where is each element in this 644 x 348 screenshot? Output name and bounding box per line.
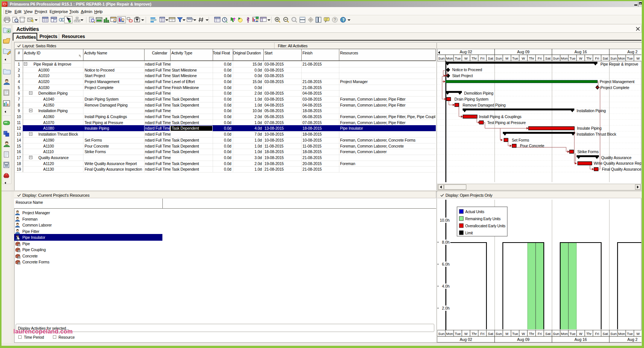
svg-text:Tue: Tue — [627, 332, 633, 336]
svg-text:Thr: Thr — [472, 332, 477, 336]
svg-text:M: M — [505, 332, 508, 336]
svg-text:Fri: Fri — [480, 56, 484, 60]
svg-text:Mon: Mon — [618, 332, 625, 336]
svg-text:Thr: Thr — [586, 56, 591, 60]
svg-text:Sun: Sun — [610, 56, 617, 60]
svg-text:Aug 16: Aug 16 — [574, 337, 587, 342]
svg-text:Sun: Sun — [553, 56, 559, 60]
svg-text:Limit: Limit — [465, 231, 473, 235]
svg-text:Overallocated Early Units: Overallocated Early Units — [465, 224, 505, 228]
svg-text:Mon: Mon — [561, 332, 568, 336]
svg-text:Aug 09: Aug 09 — [517, 50, 529, 54]
svg-text:Sun: Sun — [496, 56, 502, 60]
svg-text:Aug 09: Aug 09 — [517, 337, 529, 342]
svg-text:8.0h: 8.0h — [442, 240, 450, 244]
svg-text:Tue: Tue — [512, 332, 518, 336]
svg-text:Sat: Sat — [545, 56, 551, 60]
svg-text:W: W — [464, 332, 468, 336]
svg-text:W: W — [579, 56, 583, 60]
svg-text:Fri: Fri — [480, 332, 484, 336]
svg-text:Demolition Piping: Demolition Piping — [464, 91, 494, 95]
svg-text:?: ? — [342, 18, 345, 22]
svg-text:Fri: Fri — [595, 332, 599, 336]
svg-text:2.0h: 2.0h — [442, 306, 450, 310]
svg-text:Tue: Tue — [570, 332, 575, 336]
svg-text:Tue: Tue — [627, 56, 633, 60]
svg-text:W: W — [522, 332, 525, 336]
svg-text:Mon: Mon — [561, 56, 568, 60]
svg-text:Sat: Sat — [603, 56, 608, 60]
svg-text:Final Quality Assurance I: Final Quality Assurance I — [602, 167, 641, 171]
svg-text:Remaining Early Units: Remaining Early Units — [465, 217, 501, 221]
svg-text:Sun: Sun — [553, 332, 559, 336]
svg-text:Aug 16: Aug 16 — [574, 50, 587, 54]
svg-text:Mon: Mon — [446, 332, 453, 336]
svg-text:Fri: Fri — [595, 56, 599, 60]
svg-text:?: ? — [334, 18, 336, 22]
svg-text:Set Forms: Set Forms — [512, 138, 529, 142]
svg-text:Sat: Sat — [603, 332, 608, 336]
svg-text:Tue: Tue — [570, 56, 575, 60]
svg-text:W: W — [464, 56, 468, 60]
svg-text:Tue: Tue — [455, 332, 461, 336]
svg-text:Aug 2: Aug 2 — [627, 50, 638, 54]
svg-text:Start Project: Start Project — [452, 73, 473, 78]
svg-text:4.0h: 4.0h — [442, 284, 450, 288]
svg-text:Tue: Tue — [455, 56, 461, 60]
svg-text:Quality Assurance: Quality Assurance — [601, 155, 632, 160]
svg-text:Drain Piping System: Drain Piping System — [454, 97, 489, 101]
svg-text:Aug 2: Aug 2 — [627, 337, 638, 342]
svg-text:Fri: Fri — [537, 332, 542, 336]
svg-text:Actual Units: Actual Units — [465, 210, 484, 214]
svg-text:Project Management: Project Management — [600, 79, 635, 84]
svg-text:Sun: Sun — [496, 332, 502, 336]
svg-text:M: M — [505, 56, 508, 60]
svg-text:Strike Forms: Strike Forms — [577, 149, 599, 154]
svg-text:W: W — [637, 56, 640, 60]
svg-text:Thr: Thr — [529, 332, 534, 336]
svg-text:Mon: Mon — [618, 56, 625, 60]
svg-text:Thr: Thr — [586, 332, 591, 336]
svg-text:Install Piping & Couplings: Install Piping & Couplings — [479, 114, 521, 119]
svg-text:Sun: Sun — [438, 332, 445, 336]
svg-text:Fri: Fri — [537, 56, 542, 60]
svg-text:Aug 02: Aug 02 — [460, 50, 472, 54]
svg-text:Sun: Sun — [438, 56, 445, 60]
svg-text:Write Quality Assurance Repo: Write Quality Assurance Repo — [594, 161, 641, 165]
svg-text:Sat: Sat — [545, 332, 551, 336]
svg-text:Mon: Mon — [446, 56, 453, 60]
svg-text:Aug 02: Aug 02 — [460, 337, 472, 342]
svg-text:Sun: Sun — [610, 332, 617, 336]
svg-text:Tue: Tue — [512, 56, 518, 60]
svg-text:Sat: Sat — [488, 56, 494, 60]
svg-text:Notice to Proceed: Notice to Proceed — [452, 67, 482, 72]
svg-text:W: W — [579, 332, 583, 336]
svg-text:Sat: Sat — [488, 332, 494, 336]
svg-text:Pipe Repair & Improve: Pipe Repair & Improve — [600, 62, 638, 66]
svg-text:Thr: Thr — [529, 56, 534, 60]
svg-text:Insulate Piping: Insulate Piping — [577, 126, 602, 130]
svg-text:Thr: Thr — [472, 56, 477, 60]
svg-text:Project Complete: Project Complete — [600, 85, 629, 90]
svg-text:Installation Piping: Installation Piping — [577, 108, 606, 113]
svg-text:Remove Damaged Piping: Remove Damaged Piping — [463, 103, 506, 107]
svg-text:10.0h: 10.0h — [440, 218, 450, 222]
svg-text:6.0h: 6.0h — [442, 262, 450, 266]
svg-text:Installation Thrust Block: Installation Thrust Block — [577, 132, 616, 136]
svg-text:Test Piping at Pressure: Test Piping at Pressure — [487, 120, 526, 125]
svg-text:W: W — [522, 56, 525, 60]
svg-text:W: W — [637, 332, 640, 336]
